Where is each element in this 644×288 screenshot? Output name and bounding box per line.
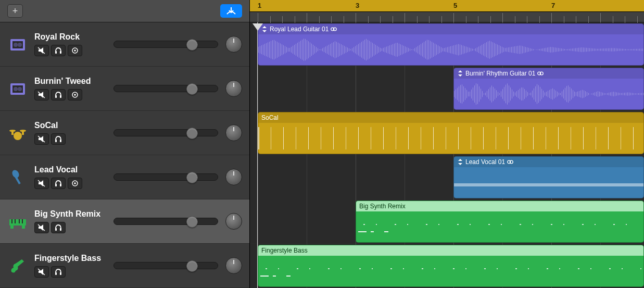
track-info: Fingerstyle Bass bbox=[34, 254, 107, 278]
track-row[interactable]: Burnin' Tweed bbox=[0, 67, 249, 111]
region-header: Fingerstyle Bass bbox=[258, 245, 643, 256]
track-instrument-icon bbox=[7, 122, 28, 143]
mute-button[interactable] bbox=[34, 222, 49, 233]
solo-headphones-button[interactable] bbox=[51, 89, 66, 101]
ruler-bar-label: 7 bbox=[551, 2, 555, 9]
track-name-label: Fingerstyle Bass bbox=[34, 254, 107, 263]
solo-headphones-button[interactable] bbox=[51, 178, 66, 189]
region[interactable]: Royal Lead Guitar 01 bbox=[258, 23, 644, 66]
region[interactable]: Lead Vocal 01 bbox=[453, 156, 644, 198]
volume-thumb[interactable] bbox=[186, 128, 198, 139]
region-header: Burnin' Rhythm Guitar 01 bbox=[454, 68, 643, 79]
track-name-label: Burnin' Tweed bbox=[34, 77, 107, 86]
waveform bbox=[454, 183, 643, 186]
track-row[interactable]: Big Synth Remix bbox=[0, 199, 249, 244]
track-instrument-icon bbox=[7, 255, 28, 276]
track-sidebar: + Royal Rock Burnin' Tweed bbox=[0, 0, 250, 288]
mute-button[interactable] bbox=[34, 133, 49, 145]
arrangement-area[interactable]: Royal Lead Guitar 01 Burnin' Rhythm Guit… bbox=[250, 22, 644, 288]
mute-button[interactable] bbox=[34, 178, 49, 189]
sub-ruler[interactable] bbox=[250, 12, 644, 22]
solo-headphones-button[interactable] bbox=[51, 133, 66, 145]
volume-slider[interactable] bbox=[113, 262, 218, 269]
volume-slider[interactable] bbox=[113, 218, 218, 225]
ruler-bar-label: 5 bbox=[453, 2, 457, 9]
volume-slider[interactable] bbox=[113, 129, 218, 136]
ruler[interactable]: 1357 bbox=[250, 0, 644, 12]
input-monitor-button[interactable] bbox=[68, 178, 82, 189]
region-header: Big Synth Remix bbox=[356, 201, 643, 211]
region-flex-icon bbox=[457, 70, 463, 77]
cycle-region[interactable] bbox=[250, 0, 644, 11]
track-info: Royal Rock bbox=[34, 32, 107, 56]
region-flex-icon bbox=[457, 159, 463, 165]
mute-button[interactable] bbox=[34, 266, 49, 278]
add-track-button[interactable]: + bbox=[7, 4, 23, 18]
region[interactable]: SoCal bbox=[258, 112, 644, 154]
volume-thumb[interactable] bbox=[186, 216, 198, 228]
track-name-label: SoCal bbox=[34, 121, 107, 130]
playhead-line bbox=[257, 22, 258, 288]
pan-knob[interactable] bbox=[225, 169, 242, 185]
waveform bbox=[258, 35, 643, 64]
region[interactable]: Big Synth Remix bbox=[356, 201, 644, 243]
sidebar-header: + bbox=[0, 0, 249, 22]
track-instrument-icon bbox=[7, 211, 28, 232]
region[interactable]: Burnin' Rhythm Guitar 01 bbox=[453, 68, 644, 110]
region-name-label: Lead Vocal 01 bbox=[465, 158, 505, 166]
volume-thumb[interactable] bbox=[186, 83, 198, 95]
pan-knob[interactable] bbox=[225, 124, 242, 141]
track-row[interactable]: Lead Vocal bbox=[0, 155, 249, 199]
track-row[interactable]: Fingerstyle Bass bbox=[0, 244, 249, 288]
track-info: Big Synth Remix bbox=[34, 209, 107, 233]
track-instrument-icon bbox=[7, 78, 28, 99]
region-loop-icon bbox=[507, 159, 513, 165]
region-loop-icon bbox=[537, 70, 544, 77]
volume-thumb[interactable] bbox=[186, 260, 198, 272]
region-name-label: Big Synth Remix bbox=[359, 203, 406, 210]
volume-slider[interactable] bbox=[113, 85, 218, 92]
track-instrument-icon bbox=[7, 167, 28, 187]
pan-knob[interactable] bbox=[225, 36, 242, 53]
region-name-label: Royal Lead Guitar 01 bbox=[270, 26, 329, 33]
midi-notes bbox=[260, 258, 641, 284]
volume-slider[interactable] bbox=[113, 173, 218, 181]
track-info: SoCal bbox=[34, 121, 107, 145]
track-info: Burnin' Tweed bbox=[34, 77, 107, 101]
midi-notes bbox=[358, 214, 641, 240]
region[interactable]: Fingerstyle Bass bbox=[258, 245, 644, 287]
mute-button[interactable] bbox=[34, 89, 49, 101]
input-monitor-button[interactable] bbox=[68, 89, 82, 101]
region-name-label: SoCal bbox=[261, 114, 279, 121]
track-name-label: Royal Rock bbox=[34, 32, 107, 42]
region-name-label: Burnin' Rhythm Guitar 01 bbox=[465, 70, 535, 77]
track-row[interactable]: Royal Rock bbox=[0, 22, 249, 67]
playhead[interactable] bbox=[252, 23, 263, 31]
pan-knob[interactable] bbox=[225, 80, 242, 97]
track-instrument-icon bbox=[7, 34, 28, 55]
waveform bbox=[258, 127, 643, 149]
solo-headphones-button[interactable] bbox=[51, 45, 66, 56]
volume-thumb[interactable] bbox=[186, 39, 198, 51]
track-info: Lead Vocal bbox=[34, 165, 107, 189]
region-header: Royal Lead Guitar 01 bbox=[258, 24, 643, 34]
track-name-label: Lead Vocal bbox=[34, 165, 107, 174]
input-monitor-button[interactable] bbox=[68, 45, 82, 56]
track-name-label: Big Synth Remix bbox=[34, 209, 107, 219]
volume-slider[interactable] bbox=[113, 41, 218, 48]
catch-playhead-button[interactable] bbox=[220, 4, 242, 18]
track-row[interactable]: SoCal bbox=[0, 111, 249, 155]
pan-knob[interactable] bbox=[225, 213, 242, 230]
pan-knob[interactable] bbox=[225, 257, 242, 274]
ruler-bar-label: 1 bbox=[258, 2, 261, 9]
solo-headphones-button[interactable] bbox=[51, 266, 66, 278]
ruler-bar-label: 3 bbox=[356, 2, 359, 9]
solo-headphones-button[interactable] bbox=[51, 222, 66, 233]
region-header: SoCal bbox=[258, 112, 643, 123]
region-name-label: Fingerstyle Bass bbox=[261, 247, 308, 254]
timeline: 1357 Royal Lead Guitar 01 Burnin' Rhythm… bbox=[250, 0, 644, 288]
region-loop-icon bbox=[331, 26, 337, 32]
volume-thumb[interactable] bbox=[186, 172, 198, 183]
mute-button[interactable] bbox=[34, 45, 49, 56]
waveform bbox=[454, 80, 643, 108]
